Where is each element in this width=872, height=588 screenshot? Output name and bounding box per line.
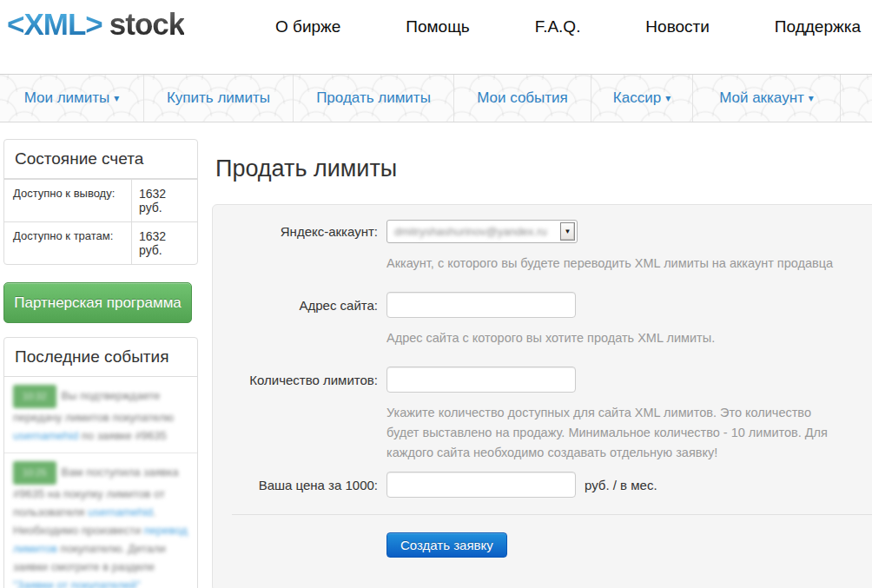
account-row-label: Доступно к тратам: bbox=[4, 222, 131, 264]
event-redacted-content: 10:25Вам поступила заявка #9635 на покуп… bbox=[13, 461, 188, 588]
field-help-text: Адрес сайта с которого вы хотите продать… bbox=[386, 328, 845, 348]
main-nav-bar: Мои лимиты ▾ Купить лимиты Продать лимит… bbox=[0, 74, 872, 122]
field-help-text: Укажите количество доступных для сайта X… bbox=[386, 403, 845, 463]
select-dropdown-button[interactable]: ▼ bbox=[560, 222, 575, 241]
event-link[interactable]: "Заявки от покупателей" bbox=[13, 578, 141, 588]
account-row-withdraw: Доступно к выводу: 1632 руб. bbox=[4, 179, 197, 221]
form-divider bbox=[232, 514, 872, 515]
form-row-limits-count: Количество лимитов: bbox=[230, 367, 872, 393]
top-nav-support[interactable]: Поддержка bbox=[775, 17, 861, 36]
field-label: Количество лимитов: bbox=[230, 373, 378, 387]
event-time-badge: 10:25 bbox=[13, 461, 56, 485]
event-link[interactable]: usernamehid bbox=[88, 505, 153, 519]
nav-my-account[interactable]: Мой аккаунт ▾ bbox=[693, 75, 841, 122]
nav-item-label: Купить лимиты bbox=[167, 89, 270, 107]
account-status-title: Состояние счета bbox=[4, 140, 197, 179]
event-item: 10:25Вам поступила заявка #9635 на покуп… bbox=[4, 453, 197, 588]
limits-count-input[interactable] bbox=[386, 367, 576, 393]
top-nav-help[interactable]: Помощь bbox=[406, 17, 469, 36]
recent-events-title: Последние события bbox=[4, 338, 197, 377]
select-value-redacted: dmitryshashurinov@yandex.ru bbox=[394, 225, 560, 238]
dropdown-arrow-icon: ▼ bbox=[565, 228, 571, 235]
caret-down-icon: ▾ bbox=[665, 92, 671, 104]
page-title: Продать лимиты bbox=[215, 155, 872, 182]
nav-sell-limits[interactable]: Продать лимиты bbox=[294, 75, 454, 122]
recent-events-panel: Последние события 10:32Вы подтверждаете … bbox=[3, 337, 198, 588]
event-redacted-content: 10:32Вы подтверждаете передачу лимитов п… bbox=[13, 385, 188, 445]
nav-item-label: Кассир bbox=[613, 89, 661, 107]
sidebar: Состояние счета Доступно к выводу: 1632 … bbox=[3, 122, 198, 587]
event-text: по заявке #9635 bbox=[78, 429, 166, 442]
logo-stock-part: stock bbox=[109, 7, 184, 41]
nav-filler bbox=[841, 75, 872, 122]
nav-item-label: Продать лимиты bbox=[316, 89, 431, 107]
account-status-panel: Состояние счета Доступно к выводу: 1632 … bbox=[3, 139, 198, 265]
field-label: Адрес сайта: bbox=[230, 298, 378, 313]
site-logo[interactable]: <XML>stock bbox=[7, 7, 184, 42]
event-item: 10:32Вы подтверждаете передачу лимитов п… bbox=[4, 377, 197, 453]
nav-buy-limits[interactable]: Купить лимиты bbox=[144, 75, 294, 122]
nav-cashier[interactable]: Кассир ▾ bbox=[591, 75, 693, 122]
logo-xml-part: <XML> bbox=[7, 7, 102, 41]
nav-my-limits[interactable]: Мои лимиты ▾ bbox=[0, 75, 144, 122]
nav-item-label: Мои лимиты bbox=[24, 89, 110, 107]
sell-limits-form: Яндекс-аккаунт: dmitryshashurinov@yandex… bbox=[212, 204, 872, 588]
account-row-spend: Доступно к тратам: 1632 руб. bbox=[4, 221, 197, 264]
nav-my-events[interactable]: Мои события bbox=[454, 75, 591, 122]
form-row-site-address: Адрес сайта: bbox=[230, 292, 872, 318]
field-label: Ваша цена за 1000: bbox=[230, 478, 378, 492]
partner-program-button[interactable]: Партнерская программа bbox=[3, 282, 192, 323]
main-column: Продать лимиты Яндекс-аккаунт: dmitrysha… bbox=[212, 122, 872, 587]
create-request-button[interactable]: Создать заявку bbox=[386, 532, 507, 558]
nav-item-label: Мой аккаунт bbox=[719, 89, 804, 107]
field-label: Яндекс-аккаунт: bbox=[230, 224, 378, 239]
site-header: <XML>stock О бирже Помощь F.A.Q. Новости… bbox=[0, 0, 872, 74]
field-help-text: Аккаунт, с которого вы будете переводить… bbox=[386, 254, 845, 274]
top-nav-about[interactable]: О бирже bbox=[275, 17, 340, 36]
price-suffix: руб. / в мес. bbox=[585, 478, 657, 492]
yandex-account-select[interactable]: dmitryshashurinov@yandex.ru ▼ bbox=[386, 220, 578, 243]
event-time-badge: 10:32 bbox=[13, 385, 56, 408]
nav-item-label: Мои события bbox=[477, 89, 568, 107]
form-row-price: Ваша цена за 1000: руб. / в мес. bbox=[230, 472, 872, 498]
form-row-account: Яндекс-аккаунт: dmitryshashurinov@yandex… bbox=[230, 220, 872, 243]
account-row-value: 1632 руб. bbox=[131, 222, 197, 264]
event-link[interactable]: usernamehid bbox=[13, 429, 78, 442]
top-nav: О бирже Помощь F.A.Q. Новости Поддержка bbox=[275, 17, 861, 36]
events-list: 10:32Вы подтверждаете передачу лимитов п… bbox=[4, 377, 197, 588]
top-nav-news[interactable]: Новости bbox=[645, 17, 710, 36]
caret-down-icon: ▾ bbox=[114, 92, 119, 104]
caret-down-icon: ▾ bbox=[809, 92, 814, 104]
account-row-value: 1632 руб. bbox=[131, 180, 197, 221]
site-address-input[interactable] bbox=[386, 292, 576, 318]
account-row-label: Доступно к выводу: bbox=[4, 180, 131, 221]
top-nav-faq[interactable]: F.A.Q. bbox=[535, 17, 581, 36]
content-area: Состояние счета Доступно к выводу: 1632 … bbox=[0, 122, 872, 587]
price-input[interactable] bbox=[386, 472, 576, 498]
